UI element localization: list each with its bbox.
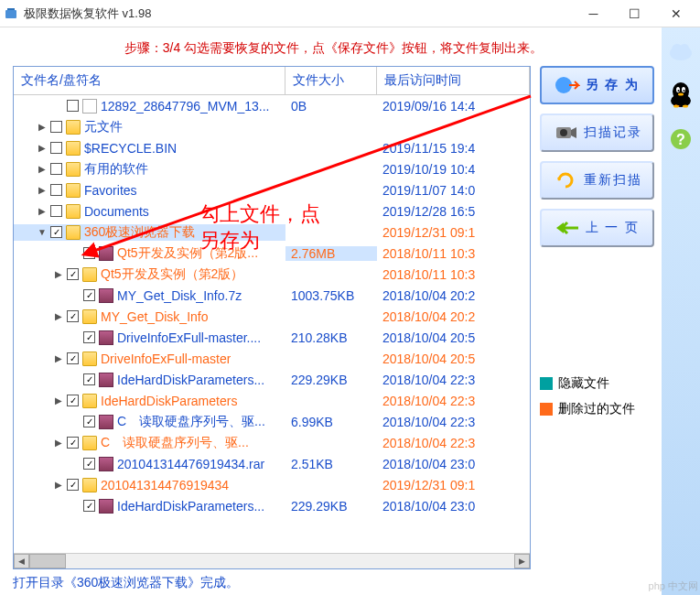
file-name: Qt5开发及实例（第2版... — [117, 245, 258, 262]
file-date: 2019/09/16 14:4 — [377, 99, 530, 114]
file-row[interactable]: IdeHardDiskParameters...229.29KB2018/10/… — [14, 495, 530, 516]
row-checkbox[interactable] — [67, 268, 79, 280]
scan-log-label: 扫描记录 — [584, 124, 642, 141]
expander-icon[interactable]: ▶ — [36, 121, 48, 134]
horizontal-scrollbar[interactable]: ◀ ▶ — [14, 553, 530, 568]
row-checkbox[interactable] — [67, 100, 79, 112]
expander-icon[interactable]: ▶ — [52, 268, 65, 281]
expander-icon[interactable]: ▶ — [52, 352, 65, 365]
row-checkbox[interactable] — [50, 184, 62, 196]
row-checkbox[interactable] — [50, 205, 62, 217]
row-checkbox[interactable] — [67, 352, 79, 364]
file-name: 201041314476919434 — [101, 478, 229, 492]
file-row[interactable]: ▶Favorites2019/11/07 14:0 — [14, 179, 530, 200]
row-checkbox[interactable] — [83, 458, 95, 470]
file-row[interactable]: ▶Qt5开发及实例（第2版）2018/10/11 10:3 — [14, 264, 530, 285]
file-name: 360极速浏览器下载 — [84, 224, 195, 241]
side-help-icon[interactable]: ? — [666, 124, 695, 154]
expander-icon[interactable]: ▶ — [36, 142, 48, 155]
folder-icon — [66, 162, 81, 177]
file-date: 2018/10/04 22:3 — [377, 436, 530, 450]
file-date: 2019/12/28 16:5 — [377, 204, 530, 219]
row-checkbox[interactable] — [83, 247, 95, 259]
folder-icon — [82, 267, 97, 282]
row-checkbox[interactable] — [50, 121, 62, 133]
row-checkbox[interactable] — [50, 226, 62, 238]
svg-point-19 — [678, 93, 684, 96]
file-name: C 读取硬盘序列号、驱... — [117, 414, 265, 430]
rar-icon — [99, 288, 113, 303]
file-row[interactable]: 201041314476919434.rar2.51KB2018/10/04 2… — [14, 453, 530, 474]
side-qq-icon[interactable] — [666, 81, 695, 110]
expander-icon[interactable]: ▼ — [36, 226, 48, 239]
expander-icon[interactable]: ▶ — [36, 163, 48, 176]
row-checkbox[interactable] — [83, 331, 95, 343]
file-row[interactable]: ▶C 读取硬盘序列号、驱...2018/10/04 22:3 — [14, 432, 530, 453]
file-name: 12892_28647796_MVM_13... — [101, 99, 269, 114]
file-row[interactable]: 12892_28647796_MVM_13...0B2019/09/16 14:… — [14, 95, 530, 116]
file-date: 2019/11/15 19:4 — [377, 141, 530, 156]
row-checkbox[interactable] — [50, 163, 62, 175]
file-row[interactable]: ▶元文件 — [14, 116, 530, 137]
legend-deleted-label: 删除过的文件 — [558, 401, 635, 417]
file-row[interactable]: ▶DriveInfoExFull-master2018/10/04 20:5 — [14, 348, 530, 369]
maximize-button[interactable]: ☐ — [614, 0, 655, 27]
legend-hidden-color — [540, 377, 553, 390]
row-checkbox[interactable] — [83, 289, 95, 301]
file-row[interactable]: Qt5开发及实例（第2版...2.76MB2018/10/11 10:3 — [14, 243, 530, 264]
expander-icon[interactable]: ▶ — [52, 310, 65, 323]
row-checkbox[interactable] — [83, 373, 95, 385]
file-row[interactable]: ▶$RECYCLE.BIN2019/11/15 19:4 — [14, 137, 530, 158]
row-checkbox[interactable] — [83, 500, 95, 512]
prev-page-button[interactable]: 上 一 页 — [540, 209, 654, 247]
row-checkbox[interactable] — [67, 479, 79, 491]
save-as-button[interactable]: 另 存 为 — [540, 66, 654, 104]
file-row[interactable]: IdeHardDiskParameters...229.29KB2018/10/… — [14, 369, 530, 390]
file-date: 2019/12/31 09:1 — [377, 225, 530, 240]
file-size: 0B — [285, 99, 377, 114]
expander-icon[interactable]: ▶ — [36, 184, 48, 197]
svg-point-17 — [678, 90, 680, 92]
close-button[interactable]: ✕ — [655, 0, 696, 27]
file-row[interactable]: MY_Get_Disk_Info.7z1003.75KB2018/10/04 2… — [14, 285, 530, 306]
save-as-label: 另 存 为 — [586, 77, 641, 93]
file-row[interactable]: DriveInfoExFull-master....210.28KB2018/1… — [14, 327, 530, 348]
legend-deleted-color — [540, 403, 553, 416]
folder-icon — [82, 478, 97, 492]
file-date: 2018/10/04 22:3 — [377, 394, 530, 408]
back-arrow-icon — [555, 218, 580, 238]
col-lastaccess[interactable]: 最后访问时间 — [377, 67, 530, 94]
file-row[interactable]: ▶Documents2019/12/28 16:5 — [14, 200, 530, 222]
svg-rect-1 — [7, 8, 15, 10]
file-row[interactable]: ▶MY_Get_Disk_Info2018/10/04 20:2 — [14, 306, 530, 327]
file-row[interactable]: ▼360极速浏览器下载2019/12/31 09:1 — [14, 222, 530, 243]
row-checkbox[interactable] — [67, 395, 79, 406]
titlebar: 极限数据恢复软件 v1.98 ─ ☐ ✕ — [0, 0, 700, 27]
expander-icon[interactable]: ▶ — [52, 479, 65, 492]
side-cloud-icon[interactable] — [666, 37, 695, 66]
scan-log-button[interactable]: 扫描记录 — [540, 114, 654, 152]
rescan-button[interactable]: 重新扫描 — [540, 161, 654, 200]
col-filesize[interactable]: 文件大小 — [285, 67, 377, 94]
file-size: 210.28KB — [285, 330, 377, 345]
minimize-button[interactable]: ─ — [573, 0, 614, 27]
row-checkbox[interactable] — [67, 310, 79, 322]
file-row[interactable]: C 读取硬盘序列号、驱...6.99KB2018/10/04 22:3 — [14, 411, 530, 432]
col-filename[interactable]: 文件名/盘符名 — [14, 67, 285, 94]
expander-icon[interactable]: ▶ — [52, 395, 65, 407]
expander-icon[interactable]: ▶ — [36, 205, 48, 218]
file-date: 2018/10/11 10:3 — [377, 246, 530, 261]
file-name: IdeHardDiskParameters... — [117, 499, 264, 514]
file-row[interactable]: ▶有用的软件2019/10/19 10:4 — [14, 158, 530, 179]
file-row[interactable]: ▶IdeHardDiskParameters2018/10/04 22:3 — [14, 390, 530, 411]
folder-icon — [82, 309, 97, 324]
legend: 隐藏文件 删除过的文件 — [540, 375, 654, 417]
row-checkbox[interactable] — [50, 142, 62, 154]
folder-icon — [82, 394, 97, 408]
save-as-icon — [555, 75, 580, 95]
file-row[interactable]: ▶2010413144769194342019/12/31 09:1 — [14, 474, 530, 495]
app-window: 极限数据恢复软件 v1.98 ─ ☐ ✕ 步骤：3/4 勾选需要恢复的文件，点《… — [0, 0, 700, 595]
expander-icon[interactable]: ▶ — [52, 437, 65, 449]
row-checkbox[interactable] — [67, 437, 79, 449]
row-checkbox[interactable] — [83, 416, 95, 427]
